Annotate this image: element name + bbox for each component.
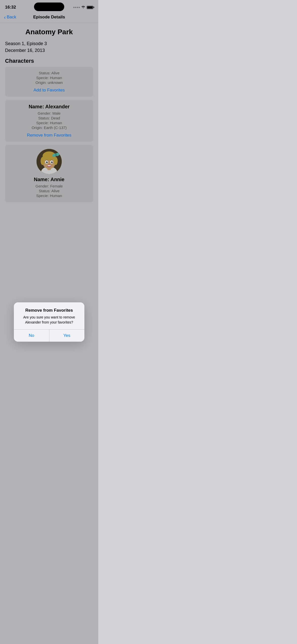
modal-overlay: Remove from Favorites Are you sure you w… bbox=[0, 0, 98, 215]
